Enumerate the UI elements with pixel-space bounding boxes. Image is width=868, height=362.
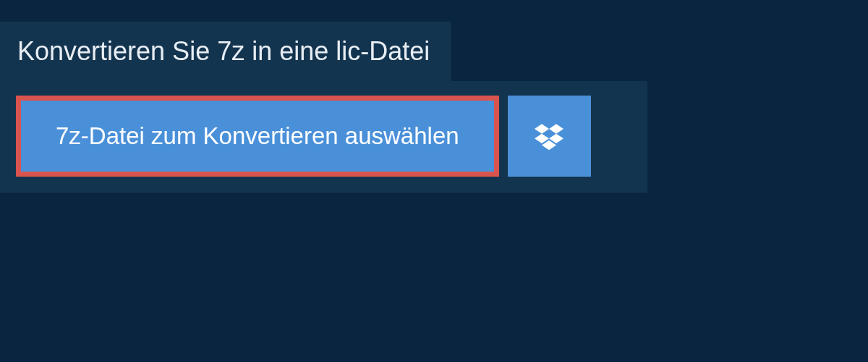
- page-title: Konvertieren Sie 7z in eine lic-Datei: [17, 36, 430, 66]
- conversion-panel: 7z-Datei zum Konvertieren auswählen: [0, 81, 647, 193]
- page-title-tab: Konvertieren Sie 7z in eine lic-Datei: [0, 22, 451, 81]
- dropbox-button[interactable]: [508, 96, 591, 177]
- select-file-button[interactable]: 7z-Datei zum Konvertieren auswählen: [21, 101, 494, 172]
- button-row: 7z-Datei zum Konvertieren auswählen: [16, 96, 631, 177]
- dropbox-icon: [535, 122, 563, 151]
- select-file-highlight: 7z-Datei zum Konvertieren auswählen: [16, 96, 499, 177]
